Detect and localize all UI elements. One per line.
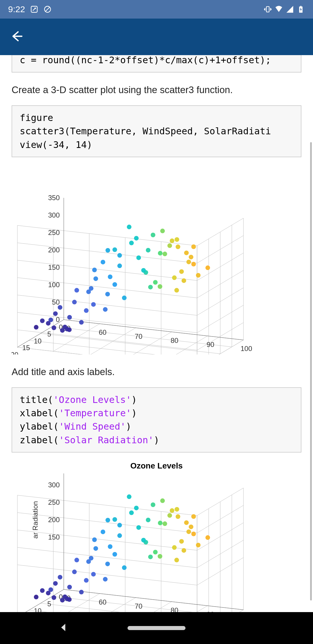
svg-point-105: [60, 328, 65, 333]
svg-text:70: 70: [135, 602, 143, 610]
svg-line-38: [125, 332, 172, 354]
svg-point-182: [129, 511, 134, 515]
svg-point-217: [60, 598, 65, 603]
svg-line-152: [125, 602, 172, 612]
svg-point-66: [52, 325, 56, 330]
svg-point-212: [205, 535, 210, 540]
app-icon-1: [30, 5, 38, 13]
svg-point-111: [105, 292, 110, 296]
svg-point-201: [122, 565, 127, 570]
svg-point-89: [122, 296, 127, 300]
svg-point-221: [158, 554, 162, 559]
system-nav-bar: [0, 612, 313, 644]
svg-text:20: 20: [12, 351, 18, 354]
svg-point-72: [163, 252, 167, 256]
svg-point-118: [108, 274, 112, 279]
svg-point-86: [179, 269, 184, 274]
svg-rect-4: [300, 6, 302, 6]
svg-point-93: [160, 229, 165, 233]
svg-text:100: 100: [241, 345, 252, 352]
vibrate-icon: [264, 5, 272, 13]
svg-point-108: [170, 238, 174, 243]
svg-point-190: [74, 558, 79, 562]
status-bar: 9:22: [0, 0, 313, 19]
scatter3-chart-1: 0501001502002503003500510152050607080901…: [12, 169, 301, 354]
scrollbar[interactable]: [310, 142, 312, 600]
svg-rect-2: [266, 7, 269, 12]
svg-point-208: [172, 545, 177, 550]
svg-line-154: [161, 606, 208, 612]
svg-point-114: [34, 325, 39, 330]
svg-point-110: [181, 278, 186, 283]
svg-line-11: [17, 295, 197, 315]
svg-point-84: [93, 276, 98, 281]
svg-text:60: 60: [99, 598, 107, 606]
svg-point-87: [196, 273, 201, 278]
svg-text:50: 50: [52, 298, 60, 306]
svg-point-234: [191, 514, 196, 519]
svg-point-106: [40, 319, 45, 323]
code-block-0: c = round((nc-1-2*offset)*c/max(c)+1+off…: [12, 55, 301, 73]
svg-point-76: [92, 268, 97, 272]
svg-point-117: [141, 268, 146, 273]
svg-text:10: 10: [34, 337, 42, 345]
svg-point-85: [46, 321, 50, 326]
svg-text:5: 5: [47, 330, 51, 338]
svg-line-129: [17, 530, 197, 550]
svg-point-188: [92, 538, 97, 542]
svg-point-107: [136, 256, 141, 260]
svg-point-78: [74, 288, 79, 293]
svg-point-225: [67, 597, 72, 602]
status-time: 9:22: [8, 4, 25, 14]
svg-point-68: [117, 253, 122, 258]
svg-point-216: [79, 590, 84, 594]
svg-point-195: [105, 518, 110, 522]
svg-point-102: [112, 282, 117, 287]
svg-text:80: 80: [171, 337, 179, 344]
svg-point-71: [146, 248, 150, 253]
svg-point-196: [93, 546, 98, 551]
svg-point-220: [170, 508, 174, 513]
nav-home-pill[interactable]: [128, 626, 185, 630]
svg-point-123: [186, 260, 191, 264]
svg-text:300: 300: [48, 481, 60, 489]
svg-point-70: [129, 241, 134, 245]
article-content[interactable]: c = round((nc-1-2*offset)*c/max(c)+1+off…: [0, 55, 313, 612]
svg-point-83: [105, 248, 110, 253]
svg-point-104: [79, 320, 84, 325]
svg-point-218: [40, 588, 45, 593]
svg-line-158: [64, 589, 243, 610]
svg-point-184: [163, 522, 167, 526]
svg-point-80: [134, 236, 139, 240]
svg-point-92: [127, 225, 132, 229]
back-button[interactable]: [9, 29, 24, 45]
svg-point-88: [148, 285, 153, 290]
svg-point-219: [136, 525, 141, 530]
svg-point-74: [189, 255, 193, 259]
svg-point-90: [103, 307, 108, 312]
svg-line-26: [41, 334, 220, 354]
svg-point-109: [158, 284, 162, 289]
svg-point-181: [112, 517, 117, 522]
chart-2-title: Ozone Levels: [12, 461, 301, 471]
svg-point-192: [134, 506, 139, 510]
svg-point-214: [112, 552, 117, 557]
svg-point-193: [151, 502, 155, 507]
battery-icon: [297, 5, 305, 13]
svg-point-236: [174, 558, 179, 562]
svg-text:250: 250: [48, 498, 60, 506]
svg-point-81: [151, 233, 155, 237]
svg-line-133: [17, 495, 197, 515]
nav-back-button[interactable]: [58, 622, 69, 634]
svg-point-185: [176, 514, 180, 519]
svg-point-113: [67, 328, 72, 332]
svg-text:200: 200: [48, 246, 60, 254]
svg-point-228: [158, 521, 163, 525]
svg-point-203: [67, 585, 72, 589]
svg-text:ar Radiation: ar Radiation: [31, 501, 39, 539]
svg-line-19: [17, 225, 197, 246]
svg-point-226: [34, 595, 39, 599]
svg-text:70: 70: [135, 332, 143, 340]
svg-point-233: [53, 581, 58, 586]
svg-line-125: [17, 565, 197, 585]
